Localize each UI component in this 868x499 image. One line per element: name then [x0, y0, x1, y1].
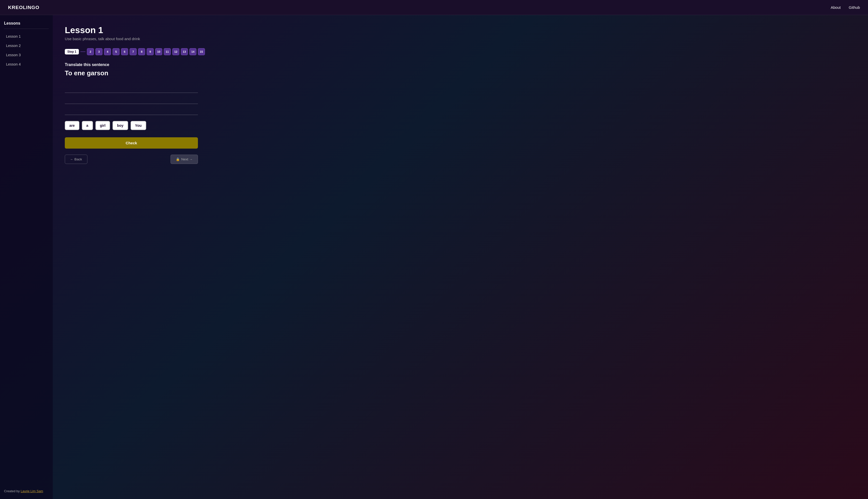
back-button[interactable]: ← Back [65, 155, 87, 164]
sidebar-title: Lessons [4, 21, 49, 29]
author-link[interactable]: Laurie Lim Sam [21, 489, 43, 493]
sidebar: Lessons Lesson 1 Lesson 2 Lesson 3 Lesso… [0, 15, 53, 499]
header-nav: About Github [831, 5, 860, 10]
sidebar-item-lesson4[interactable]: Lesson 4 [4, 60, 49, 69]
step-9[interactable]: 9 [147, 48, 154, 55]
nav-buttons: ← Back 🔒 Next → [65, 155, 198, 164]
step-12[interactable]: 12 [172, 48, 179, 55]
word-choices: are a girl boy You [65, 121, 856, 130]
sidebar-item-lesson3[interactable]: Lesson 3 [4, 50, 49, 60]
about-link[interactable]: About [831, 5, 841, 10]
step-4[interactable]: 4 [104, 48, 111, 55]
lock-icon: 🔒 [176, 157, 180, 161]
logo: KREOLINGO [8, 5, 39, 10]
footer-prefix: Created by [4, 489, 21, 493]
step-10[interactable]: 10 [155, 48, 162, 55]
answer-lines [65, 84, 198, 115]
answer-line-3 [65, 106, 198, 115]
step-current[interactable]: Step 1 [65, 49, 79, 54]
sidebar-item-lesson2[interactable]: Lesson 2 [4, 41, 49, 50]
step-13[interactable]: 13 [181, 48, 188, 55]
step-connector [80, 51, 85, 52]
lesson-subtitle: Use basic phrases, talk about food and d… [65, 37, 856, 41]
step-5[interactable]: 5 [112, 48, 120, 55]
word-chip-girl[interactable]: girl [95, 121, 110, 130]
word-chip-a[interactable]: a [82, 121, 93, 130]
main-content: Lesson 1 Use basic phrases, talk about f… [53, 15, 868, 499]
step-15[interactable]: 15 [198, 48, 205, 55]
step-11[interactable]: 11 [164, 48, 171, 55]
step-progress: Step 1 2 3 4 5 6 7 8 9 10 11 12 13 14 15 [65, 48, 856, 55]
word-chip-boy[interactable]: boy [112, 121, 128, 130]
next-label: Next → [181, 157, 193, 161]
word-chip-are[interactable]: are [65, 121, 80, 130]
sidebar-item-lesson1[interactable]: Lesson 1 [4, 32, 49, 41]
step-8[interactable]: 8 [138, 48, 145, 55]
next-button[interactable]: 🔒 Next → [170, 155, 198, 164]
answer-line-2 [65, 95, 198, 104]
step-14[interactable]: 14 [189, 48, 196, 55]
check-button[interactable]: Check [65, 137, 198, 149]
step-7[interactable]: 7 [130, 48, 137, 55]
github-link[interactable]: Github [849, 5, 860, 10]
step-3[interactable]: 3 [95, 48, 103, 55]
sentence-to-translate: To ene garson [65, 70, 856, 77]
app-layout: Lessons Lesson 1 Lesson 2 Lesson 3 Lesso… [0, 15, 868, 499]
exercise-label: Translate this sentence [65, 62, 856, 67]
sidebar-footer: Created by Laurie Lim Sam [4, 489, 49, 493]
lesson-title: Lesson 1 [65, 25, 856, 35]
step-2[interactable]: 2 [87, 48, 94, 55]
answer-line-1 [65, 84, 198, 93]
header: KREOLINGO About Github [0, 0, 868, 15]
step-6[interactable]: 6 [121, 48, 128, 55]
word-chip-you[interactable]: You [131, 121, 146, 130]
